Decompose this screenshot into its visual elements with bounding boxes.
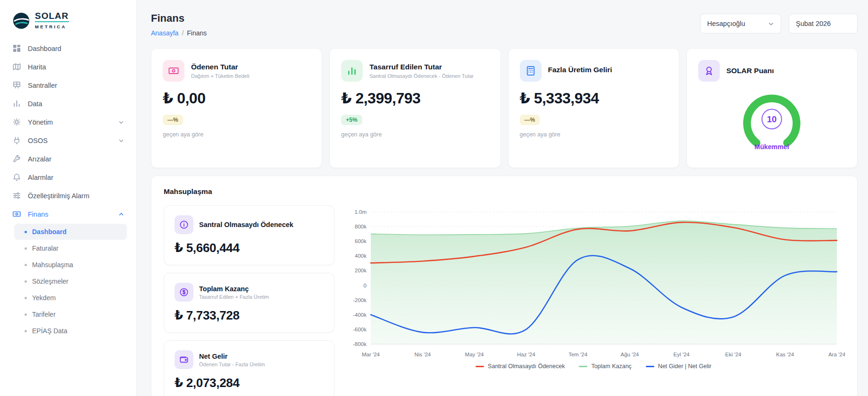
sidebar-subitem-epias-data[interactable]: EPİAŞ Data	[14, 323, 127, 339]
wrench-icon	[12, 154, 21, 163]
brand-name-top: SOLAR	[35, 11, 69, 22]
legend-item[interactable]: Toplam Kazanç	[579, 363, 631, 370]
svg-text:-600k: -600k	[353, 327, 367, 332]
sidebar: SOLAR METRICA Dashboard Harita Santralle…	[0, 0, 137, 396]
solar-metrica-logo-icon	[12, 12, 30, 30]
svg-text:Kas '24: Kas '24	[776, 352, 794, 357]
map-icon	[12, 62, 21, 71]
sidebar-item-arizalar[interactable]: Arızalar	[0, 150, 136, 168]
stat-subtitle: Dağıtım + Tüketim Bedeli	[191, 73, 250, 79]
sidebar-item-label: Finans	[28, 211, 49, 218]
stat-title: Tasarruf Edilen Tutar	[369, 63, 474, 71]
bullet-icon	[25, 264, 27, 266]
sidebar-item-label: Yönetim	[28, 118, 53, 126]
solar-score-value: 10	[767, 114, 777, 124]
legend-swatch-icon	[646, 366, 654, 367]
sidebar-subitem-label: Dashboard	[32, 228, 67, 236]
stat-note: geçen aya göre	[163, 131, 310, 138]
sidebar-item-label: Özelleştirilmiş Alarm	[28, 192, 90, 200]
sidebar-subitem-finans-dashboard[interactable]: Dashboard	[14, 224, 127, 240]
stat-card-fazla-uretim: Fazla Üretim Geliri ₺ 5,333,934 —% geçen…	[508, 48, 679, 168]
stat-title: Fazla Üretim Geliri	[548, 66, 612, 74]
bullet-icon	[25, 330, 27, 332]
solar-score-gauge: 10 Mükemmel	[698, 89, 846, 156]
sidebar-subitem-mahsuplasma[interactable]: Mahsuplaşma	[14, 257, 127, 273]
stat-badge: +5%	[341, 115, 362, 125]
breadcrumb-home-link[interactable]: Anasayfa	[151, 29, 178, 37]
header-controls: Hesapçıoğlu Şubat 2026	[700, 14, 858, 34]
app-root: SOLAR METRICA Dashboard Harita Santralle…	[0, 0, 868, 396]
mini-card-santral-olmasaydi: Santral Olmasaydı Ödenecek ₺ 5,660,444	[164, 205, 334, 265]
calculator-icon	[520, 60, 542, 82]
money-icon	[163, 60, 184, 82]
sidebar-item-label: Arızalar	[28, 155, 51, 163]
svg-text:Haz '24: Haz '24	[517, 352, 535, 357]
sidebar-item-harita[interactable]: Harita	[0, 58, 136, 76]
sidebar-item-label: OSOS	[28, 137, 48, 144]
legend-label: Toplam Kazanç	[591, 363, 631, 370]
savings-icon	[341, 60, 363, 82]
mahsuplasma-title: Mahsuplaşma	[164, 187, 845, 196]
chart-area: 1.0m800k600k400k200k0-200k-400k-600k-800…	[342, 205, 845, 396]
stat-note: geçen aya göre	[341, 131, 489, 138]
sidebar-subitem-tarifeler[interactable]: Tarifeler	[14, 306, 127, 322]
page-title: Finans	[151, 12, 207, 25]
sidebar-subitem-yekdem[interactable]: Yekdem	[14, 290, 127, 306]
period-select-value: Şubat 2026	[796, 20, 831, 27]
svg-text:Ağu '24: Ağu '24	[621, 352, 639, 357]
svg-text:-200k: -200k	[353, 297, 367, 303]
mini-card-value: ₺ 5,660,444	[175, 241, 324, 255]
mini-card-value: ₺ 7,733,728	[175, 308, 324, 323]
breadcrumb-current: Finans	[187, 29, 207, 37]
sidebar-item-data[interactable]: Data	[0, 94, 136, 113]
mini-card-title: Santral Olmasaydı Ödenecek	[199, 221, 293, 228]
custom-alarm-sliders-icon	[12, 191, 21, 200]
sidebar-item-label: Harita	[28, 63, 46, 71]
stats-row: Ödenen Tutar Dağıtım + Tüketim Bedeli ₺ …	[151, 48, 858, 168]
sidebar-item-label: Alarmlar	[28, 174, 53, 181]
chart-legend: Santral Olmasaydı ÖdenecekToplam KazançN…	[342, 363, 845, 370]
sidebar-item-ozellestirilmis-alarm[interactable]: Özelleştirilmiş Alarm	[0, 186, 136, 205]
chevron-down-icon	[118, 119, 124, 125]
sidebar-subitem-faturalar[interactable]: Faturalar	[14, 240, 127, 256]
bell-icon	[12, 173, 21, 182]
legend-item[interactable]: Santral Olmasaydı Ödenecek	[476, 363, 565, 370]
legend-label: Net Gider | Net Gelir	[658, 363, 711, 370]
sidebar-subitem-label: Yekdem	[32, 294, 56, 302]
stat-value: ₺ 0,00	[163, 89, 310, 107]
mini-card-value: ₺ 2,073,284	[175, 376, 324, 390]
main-content: Finans Anasayfa/Finans Hesapçıoğlu Şubat…	[137, 0, 868, 396]
svg-text:May '24: May '24	[465, 352, 484, 357]
bullet-icon	[25, 280, 27, 283]
stat-badge: —%	[520, 115, 540, 125]
sidebar-subitem-label: Faturalar	[32, 244, 58, 252]
solar-score-label: Mükemmel	[755, 143, 789, 151]
brand-logo[interactable]: SOLAR METRICA	[0, 8, 136, 39]
sidebar-subitem-sozlesmeler[interactable]: Sözleşmeler	[14, 273, 127, 289]
wallet-icon	[175, 350, 193, 369]
legend-item[interactable]: Net Gider | Net Gelir	[646, 363, 711, 370]
dashboard-icon	[12, 44, 21, 53]
finance-chart: 1.0m800k600k400k200k0-200k-400k-600k-800…	[342, 205, 845, 361]
chevron-down-icon	[768, 21, 774, 27]
svg-text:Eyl '24: Eyl '24	[674, 352, 690, 357]
svg-text:Tem '24: Tem '24	[568, 352, 588, 357]
sidebar-item-label: Data	[28, 100, 42, 108]
svg-text:400k: 400k	[355, 253, 367, 259]
sidebar-item-finans[interactable]: Finans	[0, 205, 136, 223]
bullet-icon	[25, 247, 27, 250]
sidebar-item-yonetim[interactable]: Yönetim	[0, 113, 136, 131]
solar-panel-icon	[12, 81, 21, 90]
chevron-down-icon	[118, 138, 124, 143]
period-select[interactable]: Şubat 2026	[789, 14, 858, 34]
company-select-value: Hesapçıoğlu	[707, 20, 745, 27]
sidebar-item-osos[interactable]: OSOS	[0, 131, 136, 150]
mahsuplasma-summary-column: Santral Olmasaydı Ödenecek ₺ 5,660,444 T…	[164, 205, 334, 396]
sidebar-item-alarmlar[interactable]: Alarmlar	[0, 168, 136, 186]
sidebar-item-santraller[interactable]: Santraller	[0, 76, 136, 94]
company-select[interactable]: Hesapçıoğlu	[700, 14, 781, 34]
sidebar-item-dashboard[interactable]: Dashboard	[0, 39, 136, 58]
svg-text:1.0m: 1.0m	[354, 209, 367, 215]
stat-value: ₺ 2,399,793	[341, 89, 489, 107]
svg-text:-800k: -800k	[353, 341, 367, 347]
